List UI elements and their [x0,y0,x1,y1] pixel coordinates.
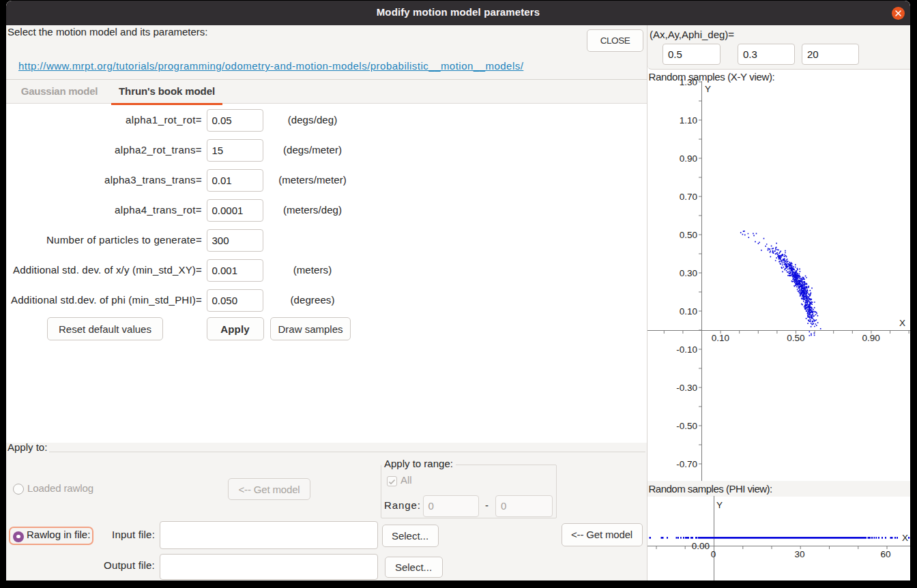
svg-text:-0.70: -0.70 [676,459,697,469]
svg-text:X: X [899,318,905,328]
svg-text:0.90: 0.90 [862,333,880,343]
svg-text:0.50: 0.50 [787,333,804,343]
svg-text:0.90: 0.90 [680,153,697,164]
svg-text:-0.50: -0.50 [676,421,697,431]
svg-text:-0.30: -0.30 [676,383,697,393]
svg-text:Y: Y [705,84,711,94]
svg-text:0.00: 0.00 [692,541,710,551]
svg-text:0.70: 0.70 [680,192,697,202]
svg-text:0.10: 0.10 [712,333,729,343]
svg-text:0.10: 0.10 [680,306,697,317]
svg-text:1.10: 1.10 [680,115,697,126]
svg-text:-0.10: -0.10 [676,344,697,355]
svg-text:Y: Y [716,500,723,510]
svg-text:1.30: 1.30 [680,77,697,87]
svg-text:0: 0 [711,549,716,559]
svg-text:0.50: 0.50 [680,230,697,240]
svg-text:0.30: 0.30 [680,268,697,278]
svg-text:X: X [902,533,908,543]
svg-text:30: 30 [794,549,804,559]
svg-text:60: 60 [880,549,890,559]
